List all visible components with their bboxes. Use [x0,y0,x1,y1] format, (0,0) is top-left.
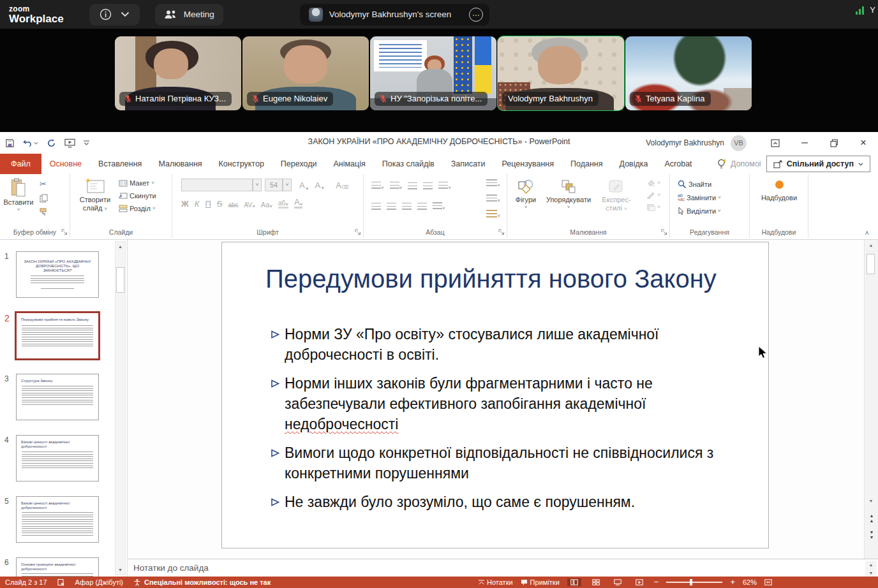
arrange-button[interactable]: Упорядкувати ˅ [542,179,595,209]
accessibility-checker[interactable]: Спеціальні можливості: щось не так [133,578,271,586]
video-tile-active-speaker[interactable]: Volodymyr Bakhrushyn [498,36,624,110]
columns-button[interactable]: ˅ [433,201,445,212]
font-size-dropdown-icon[interactable]: ˅ [283,179,292,191]
quick-styles-button[interactable]: Експрес- стилі ˅ [597,179,636,212]
zoom-slider[interactable] [666,582,722,583]
tab-transitions[interactable]: Переходи [272,154,325,174]
slide-thumbnail[interactable]: Базові цінності академічної доброчесност… [16,496,99,543]
tell-me-lightbulb-icon[interactable] [717,159,725,170]
tab-slideshow[interactable]: Показ слайдів [374,154,443,174]
scroll-down-icon[interactable]: ▼ [865,496,877,506]
section-button[interactable]: Розділ˅ [119,205,156,212]
video-tile-participant-2[interactable]: Eugene Nikolaiev [242,36,369,110]
slide-thumbnail[interactable]: Структура Закону [16,374,99,420]
thumbnail-scrollbar[interactable]: ▲ ▼ [115,241,126,575]
video-tile-participant-1[interactable]: Наталія Петрівна КУЗ... [115,36,241,110]
notes-toggle-button[interactable]: Нотатки [479,578,513,586]
dialog-launcher-icon[interactable] [61,229,68,235]
align-text-button[interactable]: ˅ [486,193,500,205]
more-options-icon[interactable]: … [469,8,483,22]
increase-indent-button[interactable] [423,182,433,190]
font-name-dropdown-icon[interactable]: ˅ [253,179,262,191]
paste-button[interactable]: Вставити ˅ [3,178,34,212]
select-button[interactable]: Виділити ˅ [678,207,721,215]
bullets-button[interactable]: ˅ [371,180,384,192]
ribbon-display-options-button[interactable] [761,132,790,154]
info-icon[interactable] [100,8,112,20]
zoom-out-button[interactable]: − [654,580,659,585]
highlight-color-button[interactable]: аб˅ [278,200,288,209]
scroll-down-icon[interactable]: ▼ [115,565,125,575]
bold-button[interactable]: Ж [181,199,189,209]
dialog-launcher-icon[interactable] [661,229,667,235]
copy-icon[interactable] [40,194,48,203]
reading-view-button[interactable] [611,578,625,586]
shape-outline-button[interactable]: ˅ [646,191,660,199]
format-painter-icon[interactable] [40,208,48,216]
tab-file[interactable]: Файл [0,154,41,174]
convert-smartart-button[interactable]: ˅ [486,209,500,220]
slideshow-view-button[interactable] [632,578,646,586]
chevron-down-icon[interactable] [121,11,130,17]
fit-slide-to-window-button[interactable] [764,579,772,585]
tab-design[interactable]: Конструктор [211,154,272,174]
change-case-button[interactable]: Aa˅ [261,201,272,209]
tab-meeting[interactable]: Meeting [155,4,223,26]
account-user-name[interactable]: Volodymyr Bakhrushyn [646,138,724,147]
line-spacing-button[interactable]: ˅ [438,180,451,192]
italic-button[interactable]: К [195,199,200,209]
slide-canvas[interactable]: Передумови прийняття нового Закону Норми… [221,242,769,548]
next-slide-button[interactable]: ▼▼ [866,528,877,541]
zoom-in-button[interactable]: + [730,580,735,585]
cut-icon[interactable]: ✂ [40,179,48,189]
account-avatar[interactable]: VB [731,135,747,151]
tab-shared-screen[interactable]: Volodymyr Bakhrushyn's screen … [300,4,490,26]
language-indicator[interactable]: Афар (Джібуті) [75,578,123,586]
tab-draw[interactable]: Малювання [150,154,210,174]
justify-button[interactable] [417,203,427,210]
collapse-ribbon-icon[interactable]: ˄ [865,229,869,237]
zoom-slider-thumb[interactable] [690,579,692,585]
new-slide-button[interactable]: Створити слайд ˅ [77,178,114,212]
dialog-launcher-icon[interactable] [355,229,361,235]
decrease-font-size-button[interactable]: А▼ [315,180,325,190]
tab-acrobat[interactable]: Acrobat [657,154,701,174]
tab-animations[interactable]: Анімація [325,154,374,174]
tab-home[interactable]: Основне [41,154,90,174]
close-button[interactable]: × [849,132,878,154]
replace-button[interactable]: ab час Замінити ˅ [678,194,721,202]
tab-insert[interactable]: Вставлення [90,154,150,174]
scrollbar-thumb[interactable] [867,254,875,274]
help-truncated-label[interactable]: Допомоі [731,159,761,168]
scroll-up-icon[interactable]: ▲ [865,561,877,569]
align-right-button[interactable] [402,203,412,210]
normal-view-button[interactable] [567,578,581,586]
spellcheck-icon[interactable] [57,578,65,586]
strikethrough-button[interactable]: S [217,199,223,209]
slide-title[interactable]: Передумови прийняття нового Закону [265,264,738,293]
scrollbar-thumb[interactable] [116,267,124,293]
numbering-button[interactable]: ˅ [390,180,403,192]
clear-formatting-button[interactable]: А⌫ [336,180,348,190]
slide-sorter-view-button[interactable] [589,578,603,586]
reset-button[interactable]: Скинути [119,192,156,200]
video-tile-participant-3[interactable]: НУ "Запорізька політе... [370,36,496,110]
decrease-indent-button[interactable] [408,182,417,190]
dialog-launcher-icon[interactable] [498,229,505,235]
font-size-combobox[interactable]: 54 [265,179,283,191]
slide-thumbnail-selected[interactable]: Передумови прийняття нового Закону [15,311,100,360]
text-shadow-button[interactable]: abc [228,202,238,209]
addins-button[interactable]: Надбудови [757,180,801,202]
font-color-button[interactable]: А˅ [294,197,302,209]
previous-slide-button[interactable]: ▲▲ [866,511,877,524]
text-direction-button[interactable]: ˅ [486,178,500,189]
increase-font-size-button[interactable]: А▲ [299,180,309,190]
scroll-up-icon[interactable]: ▲ [865,240,877,250]
tab-review[interactable]: Рецензування [494,154,562,174]
align-center-button[interactable] [387,203,396,210]
shapes-button[interactable]: Фігури ˅ [511,179,540,209]
tab-view[interactable]: Подання [562,154,611,174]
minimize-button[interactable] [790,132,819,154]
comments-toggle-button[interactable]: Примітки [521,578,560,586]
underline-button[interactable]: П [205,199,211,209]
